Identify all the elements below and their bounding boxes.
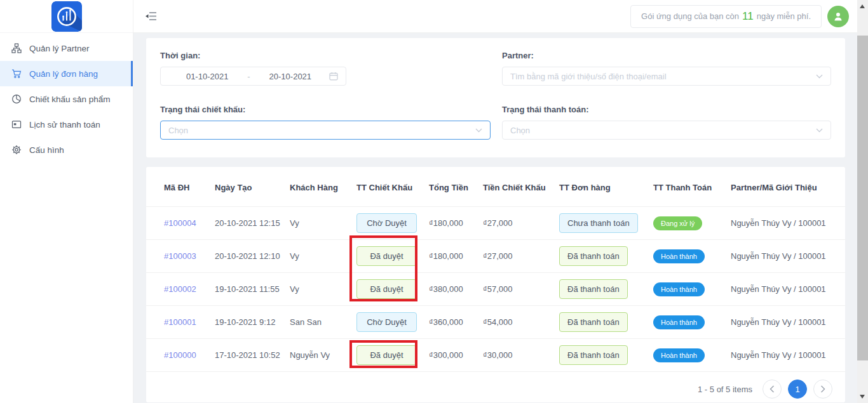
payment-status-badge: Hoàn thành [653, 282, 705, 296]
discount-status-chip[interactable]: Đã duyệt [356, 246, 417, 266]
order-status-chip[interactable]: Chưa thanh toán [559, 213, 638, 233]
filter-time: Thời gian: 01-10-2021 - 20-10-2021 [160, 51, 491, 86]
trial-days-count: 11 [742, 10, 754, 23]
chart-logo-icon [51, 1, 82, 32]
partner-cell: Nguyễn Thúy Vy / 100001 [731, 339, 845, 372]
partner-select[interactable]: Tìm bằng mã giới thiệu/số điện thoại/ema… [502, 67, 831, 86]
partner-cell: Nguyễn Thúy Vy / 100001 [731, 240, 845, 273]
sidebar-item-label: Cấu hình [29, 145, 64, 155]
user-avatar[interactable] [827, 6, 849, 27]
table-row: #100000 17-10-2021 10:52 Nguyễn Vy Đã du… [146, 339, 845, 372]
pagination-next-button[interactable] [813, 380, 832, 399]
order-status-chip[interactable]: Đã thanh toán [559, 246, 628, 266]
pagination: 1 - 5 of 5 items 1 [146, 372, 845, 399]
time-label: Thời gian: [160, 51, 491, 60]
menu-fold-icon[interactable] [145, 11, 158, 21]
created-cell: 19-10-2021 9:12 [215, 306, 290, 339]
partner-placeholder: Tìm bằng mã giới thiệu/số điện thoại/ema… [510, 72, 667, 81]
total-cell: ₫300,000 [429, 339, 483, 372]
trial-notice: Gói ứng dụng của bạn còn 11 ngày miễn ph… [630, 5, 822, 28]
table-row: #100001 19-10-2021 9:12 San San Chờ Duyệ… [146, 306, 845, 339]
sidebar-item-product-discount[interactable]: Chiết khấu sản phẩm [0, 86, 133, 112]
chevron-down-icon [816, 74, 823, 79]
topbar: Gói ứng dụng của bạn còn 11 ngày miễn ph… [133, 0, 857, 33]
sidebar-item-partner-management[interactable]: Quản lý Partner [0, 36, 133, 61]
payment-status-placeholder: Chọn [510, 126, 530, 135]
sidebar-nav: Quản lý Partner Quản lý đơn hàng Chiế [0, 33, 133, 162]
sidebar-item-label: Lịch sử thanh toán [29, 120, 100, 129]
col-header-payment-status: TT Thanh Toán [653, 167, 731, 207]
sidebar: Quản lý Partner Quản lý đơn hàng Chiế [0, 0, 133, 403]
discount-amount-cell: ₫30,000 [483, 339, 559, 372]
col-header-customer: Khách Hàng [290, 167, 356, 207]
order-status-chip[interactable]: Đã thanh toán [559, 279, 628, 299]
created-cell: 17-10-2021 10:52 [215, 339, 290, 372]
total-cell: ₫380,000 [429, 273, 483, 306]
payment-status-badge: Hoàn thành [653, 249, 705, 263]
customer-cell: Nguyễn Vy [290, 339, 356, 372]
order-status-chip[interactable]: Đã thanh toán [559, 345, 628, 365]
table-header-row: Mã ĐH Ngày Tạo Khách Hàng TT Chiết Khấu … [146, 167, 845, 207]
order-link[interactable]: #100000 [164, 350, 196, 360]
payment-status-badge: Hoàn thành [653, 348, 705, 362]
pie-chart-icon [11, 94, 22, 104]
col-header-total: Tổng Tiền [429, 167, 483, 207]
created-cell: 20-10-2021 12:15 [215, 207, 290, 240]
filter-partner: Partner: Tìm bằng mã giới thiệu/số điện … [502, 51, 831, 86]
discount-amount-cell: ₫57,000 [483, 273, 559, 306]
trial-text-after: ngày miễn phí. [757, 11, 811, 21]
sidebar-item-payment-history[interactable]: Lịch sử thanh toán [0, 112, 133, 137]
scrollbar-thumb[interactable] [857, 36, 868, 360]
sidebar-item-order-management[interactable]: Quản lý đơn hàng [0, 61, 133, 86]
chevron-down-icon [816, 128, 823, 133]
payment-status-select[interactable]: Chọn [502, 121, 831, 140]
sidebar-item-label: Chiết khấu sản phẩm [29, 95, 111, 104]
date-to-value: 20-10-2021 [252, 72, 329, 81]
discount-status-select[interactable]: Chọn [160, 121, 491, 140]
vertical-scrollbar[interactable] [857, 0, 868, 403]
order-status-chip[interactable]: Đã thanh toán [559, 312, 628, 332]
chevron-right-icon [820, 385, 825, 393]
discount-amount-cell: ₫54,000 [483, 306, 559, 339]
scrollbar-down-arrow-icon[interactable] [860, 395, 865, 399]
date-separator: - [246, 72, 251, 81]
col-header-created: Ngày Tạo [215, 167, 290, 207]
partner-cell: Nguyễn Thúy Vy / 100001 [731, 306, 845, 339]
app-logo[interactable] [51, 1, 82, 32]
sidebar-item-label: Quản lý đơn hàng [29, 69, 98, 79]
user-icon [832, 11, 844, 22]
filter-discount-status: Trạng thái chiết khấu: Chọn [160, 105, 491, 140]
chevron-left-icon [770, 385, 775, 393]
col-header-order-id: Mã ĐH [146, 167, 215, 207]
payment-status-badge: Hoàn thành [653, 315, 705, 329]
discount-status-placeholder: Chọn [168, 126, 188, 135]
org-chart-icon [11, 43, 22, 53]
sidebar-item-configuration[interactable]: Cấu hình [0, 137, 133, 162]
order-link[interactable]: #100002 [164, 284, 196, 294]
total-cell: ₫360,000 [429, 306, 483, 339]
content-area: Thời gian: 01-10-2021 - 20-10-2021 [133, 33, 857, 403]
orders-table: Mã ĐH Ngày Tạo Khách Hàng TT Chiết Khấu … [146, 167, 845, 372]
date-range-picker[interactable]: 01-10-2021 - 20-10-2021 [160, 67, 346, 86]
table-row: #100002 19-10-2021 11:55 Vy Đã duyệt ₫38… [146, 273, 845, 306]
order-link[interactable]: #100001 [164, 317, 196, 327]
discount-amount-cell: ₫27,000 [483, 240, 559, 273]
col-header-partner: Partner/Mã Giới Thiệu [731, 167, 845, 207]
customer-cell: San San [290, 306, 356, 339]
partner-cell: Nguyễn Thúy Vy / 100001 [731, 207, 845, 240]
sidebar-logo-area [0, 0, 133, 33]
scrollbar-up-arrow-icon[interactable] [860, 4, 865, 8]
discount-status-chip[interactable]: Chờ Duyệt [356, 213, 417, 233]
order-link[interactable]: #100004 [164, 218, 196, 228]
payment-history-icon [11, 119, 22, 129]
pagination-page-1-button[interactable]: 1 [788, 380, 807, 399]
filters-card: Thời gian: 01-10-2021 - 20-10-2021 [146, 38, 845, 157]
discount-status-chip[interactable]: Đã duyệt [356, 279, 417, 299]
discount-status-chip[interactable]: Đã duyệt [356, 345, 417, 365]
order-link[interactable]: #100003 [164, 251, 196, 261]
filter-payment-status: Trạng thái thanh toán: Chọn [502, 105, 831, 140]
payment-status-badge: Đang xử lý [653, 216, 702, 230]
pagination-prev-button[interactable] [763, 380, 782, 399]
discount-status-chip[interactable]: Chờ Duyệt [356, 312, 417, 332]
customer-cell: Vy [290, 240, 356, 273]
